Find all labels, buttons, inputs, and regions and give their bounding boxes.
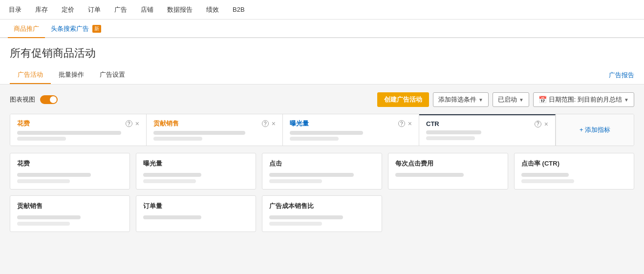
gongxian-bar-1 (153, 131, 245, 135)
stat-bar-cpc-1 (395, 173, 464, 177)
exposure-bar-2 (290, 137, 339, 141)
stat-bar-click-1 (269, 173, 354, 177)
stat-card-acos-title: 广告成本销售比 (269, 202, 375, 211)
top-nav: 目录 库存 定价 订单 广告 店铺 数据报告 绩效 B2B (0, 0, 644, 20)
stat-bar-exposure-1 (143, 173, 201, 177)
nav-store[interactable]: 店铺 (140, 0, 154, 20)
tabs-left: 广告活动 批量操作 广告设置 (10, 66, 133, 84)
stat-bar-ctr-2 (521, 179, 574, 183)
tab-ad-settings[interactable]: 广告设置 (92, 66, 133, 84)
status-filter-button[interactable]: 已启动 ▼ (493, 92, 529, 107)
ctr-close-icon[interactable]: × (544, 121, 548, 127)
gongxian-help-icon[interactable]: ? (262, 120, 269, 127)
tab-batch-operation[interactable]: 批量操作 (51, 66, 92, 84)
nav-catalog[interactable]: 目录 (8, 0, 22, 20)
chart-view-label: 图表视图 (10, 95, 35, 104)
stat-cards-row2: 贡献销售 订单量 广告成本销售比 (10, 195, 634, 232)
stat-card-exposure: 曝光量 (136, 153, 256, 190)
metric-card-huafei-title: 花费 (17, 119, 30, 128)
huafei-help-icon[interactable]: ? (126, 120, 132, 127)
create-ad-button[interactable]: 创建广告活动 (377, 92, 429, 107)
nav-b2b[interactable]: B2B (232, 0, 246, 20)
stat-bar-orders-1 (143, 215, 201, 219)
stat-card-acos: 广告成本销售比 (262, 195, 382, 232)
stat-bar-acos-2 (269, 222, 322, 226)
metric-card-exposure[interactable]: 曝光量 ? × (283, 114, 419, 146)
toolbar: 图表视图 创建广告活动 添加筛选条件 ▼ 已启动 ▼ 📅 日期范围: 到目前的月… (10, 92, 634, 107)
stat-bar-sales-2 (17, 222, 70, 226)
ctr-bar-2 (426, 136, 475, 140)
nav-ads[interactable]: 广告 (113, 0, 128, 20)
stat-bar-ctr-1 (521, 173, 569, 177)
status-caret-icon: ▼ (519, 97, 524, 103)
tab-ad-activity[interactable]: 广告活动 (10, 66, 51, 84)
stat-bar-acos-1 (269, 215, 343, 219)
metric-card-gongxian[interactable]: 贡献销售 ? × (147, 114, 283, 146)
stat-card-orders: 订单量 (136, 195, 256, 232)
stat-bar-exposure-2 (143, 179, 196, 183)
metric-card-huafei[interactable]: 花费 ? × (10, 114, 147, 146)
stat-bar-huafei-1 (17, 173, 91, 177)
exposure-close-icon[interactable]: × (408, 120, 412, 127)
main-content: 图表视图 创建广告活动 添加筛选条件 ▼ 已启动 ▼ 📅 日期范围: 到目前的月… (0, 84, 644, 240)
exposure-bar-1 (290, 131, 363, 135)
ad-report-link[interactable]: 广告报告 (609, 67, 634, 84)
metric-card-ctr-title: CTR (426, 120, 439, 127)
huafei-close-icon[interactable]: × (135, 120, 139, 127)
stat-card-cpc-title: 每次点击费用 (395, 159, 501, 168)
toolbar-right: 创建广告活动 添加筛选条件 ▼ 已启动 ▼ 📅 日期范围: 到目前的月总结 ▼ (377, 92, 634, 107)
sub-nav: 商品推广 头条搜索广告 新 (0, 20, 644, 38)
gongxian-bar-2 (153, 137, 202, 141)
stat-card-sales-title: 贡献销售 (17, 202, 123, 211)
filter-caret-icon: ▼ (478, 97, 483, 103)
page-title: 所有促销商品活动 (10, 46, 634, 61)
stat-cards-row1: 花费 曝光量 点击 每次点击费用 点击率 (CTR) (10, 153, 634, 190)
metric-card-exposure-title: 曝光量 (290, 119, 309, 128)
stat-card-orders-title: 订单量 (143, 202, 249, 211)
subnav-headline-search[interactable]: 头条搜索广告 新 (45, 21, 107, 38)
date-caret-icon: ▼ (624, 97, 629, 103)
ctr-help-icon[interactable]: ? (535, 121, 541, 127)
stat-bar-click-2 (269, 179, 322, 183)
calendar-icon: 📅 (538, 96, 547, 104)
nav-orders[interactable]: 订单 (87, 0, 102, 20)
stat-card-cpc: 每次点击费用 (388, 153, 508, 190)
stat-bar-huafei-2 (17, 179, 70, 183)
exposure-help-icon[interactable]: ? (398, 120, 405, 127)
nav-performance[interactable]: 绩效 (205, 0, 220, 20)
nav-data-report[interactable]: 数据报告 (166, 0, 193, 20)
huafei-bar-1 (17, 131, 121, 135)
ctr-bar-1 (426, 130, 481, 134)
add-filter-button[interactable]: 添加筛选条件 ▼ (433, 92, 489, 107)
subnav-product-promotion[interactable]: 商品推广 (8, 21, 45, 38)
stat-card-huafei: 花费 (10, 153, 130, 190)
date-range-button[interactable]: 📅 日期范围: 到目前的月总结 ▼ (533, 92, 634, 107)
nav-pricing[interactable]: 定价 (61, 0, 75, 20)
metric-card-gongxian-title: 贡献销售 (153, 119, 179, 128)
tabs-bar: 广告活动 批量操作 广告设置 广告报告 (10, 66, 634, 84)
stat-card-click: 点击 (262, 153, 382, 190)
stat-card-exposure-title: 曝光量 (143, 159, 249, 168)
chart-view-toggle[interactable] (40, 95, 58, 104)
nav-inventory[interactable]: 库存 (34, 0, 49, 20)
toggle-knob (50, 96, 57, 103)
stat-card-huafei-title: 花费 (17, 159, 123, 168)
metric-card-ctr[interactable]: CTR ? × (419, 114, 556, 146)
stat-card-ctr: 点击率 (CTR) (514, 153, 634, 190)
huafei-bar-2 (17, 137, 66, 141)
page-header: 所有促销商品活动 广告活动 批量操作 广告设置 广告报告 (0, 38, 644, 84)
new-badge: 新 (92, 25, 101, 33)
stat-card-ctr-title: 点击率 (CTR) (521, 159, 627, 168)
toolbar-left: 图表视图 (10, 95, 58, 104)
add-metric-button[interactable]: + 添加指标 (556, 114, 634, 146)
stat-card-sales: 贡献销售 (10, 195, 130, 232)
gongxian-close-icon[interactable]: × (272, 120, 276, 127)
metric-cards-top: 花费 ? × 贡献销售 ? × 曝光量 (10, 114, 634, 146)
stat-bar-sales-1 (17, 215, 81, 219)
stat-card-click-title: 点击 (269, 159, 375, 168)
